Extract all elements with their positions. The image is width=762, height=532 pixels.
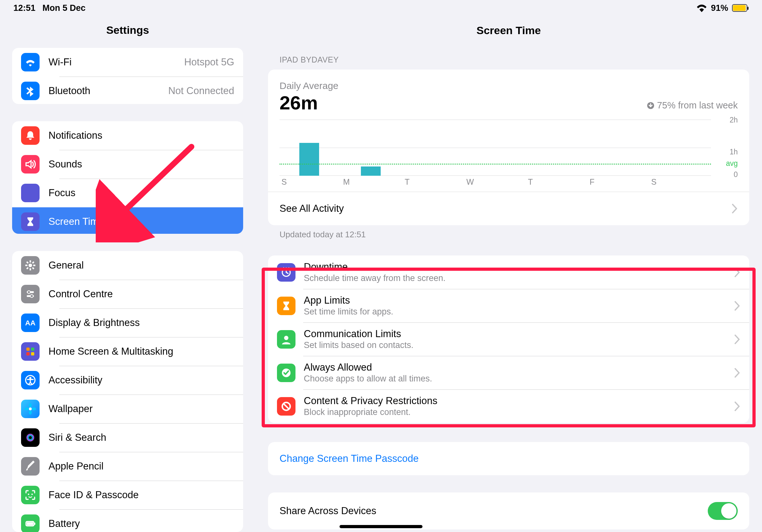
check-icon xyxy=(277,364,295,382)
pencil-icon xyxy=(21,457,39,476)
option-communication-limits[interactable]: Communication LimitsSet limits based on … xyxy=(268,322,749,356)
moon-icon xyxy=(21,184,39,202)
sidebar-item-battery[interactable]: Battery xyxy=(12,509,243,532)
chevron-icon xyxy=(734,402,740,411)
row-label: Wallpaper xyxy=(48,403,234,415)
sidebar-item-general[interactable]: General xyxy=(12,251,243,280)
hourglass-icon xyxy=(277,297,295,315)
sidebar-item-home-screen-multitasking[interactable]: Home Screen & Multitasking xyxy=(12,337,243,366)
nosign-icon xyxy=(277,397,295,416)
sidebar-item-control-centre[interactable]: Control Centre xyxy=(12,280,243,308)
option-subtitle: Block inappropriate content. xyxy=(304,407,734,417)
flower-icon xyxy=(21,400,39,418)
chart-bar-s xyxy=(299,143,319,176)
share-across-devices-row[interactable]: Share Across Devices xyxy=(268,493,749,529)
battery-percent: 91% xyxy=(711,3,728,13)
aa-icon xyxy=(21,313,39,332)
share-toggle-switch[interactable] xyxy=(708,502,738,520)
row-label: Bluetooth xyxy=(48,85,168,97)
gear-icon xyxy=(21,256,39,275)
change-passcode-button[interactable]: Change Screen Time Passcode xyxy=(268,442,749,475)
home-indicator[interactable] xyxy=(340,525,422,528)
status-bar: 12:51 Mon 5 Dec 91% xyxy=(0,0,762,16)
share-across-devices-label: Share Across Devices xyxy=(279,505,376,517)
chevron-icon xyxy=(734,268,740,277)
sidebar-item-notifications[interactable]: Notifications xyxy=(12,121,243,150)
sidebar-item-siri-search[interactable]: Siri & Search xyxy=(12,423,243,452)
sidebar-item-bluetooth[interactable]: BluetoothNot Connected xyxy=(12,77,243,104)
row-label: Control Centre xyxy=(48,288,234,300)
detail-pane: Screen Time IPAD BYDAVEY Daily Average 2… xyxy=(255,0,762,532)
day-label: F xyxy=(588,177,649,187)
sidebar-title: Settings xyxy=(0,16,255,48)
row-label: Wi-Fi xyxy=(48,56,184,68)
usage-chart[interactable]: 2h 1h avg 0 SMTWTFS xyxy=(279,120,738,187)
axis-label-zero: 0 xyxy=(733,170,738,179)
screen-time-options: DowntimeSchedule time away from the scre… xyxy=(268,255,749,423)
row-label: Apple Pencil xyxy=(48,461,234,472)
status-time: 12:51 xyxy=(13,3,36,13)
option-app-limits[interactable]: App LimitsSet time limits for apps. xyxy=(268,289,749,322)
chevron-icon xyxy=(734,335,740,344)
option-content-privacy-restrictions[interactable]: Content & Privacy RestrictionsBlock inap… xyxy=(268,389,749,423)
row-label: Focus xyxy=(48,187,234,199)
battery-icon xyxy=(732,4,747,12)
see-all-activity[interactable]: See All Activity xyxy=(268,192,749,225)
settings-sidebar: Settings Wi-FiHotspot 5GBluetoothNot Con… xyxy=(0,0,255,532)
row-label: Notifications xyxy=(48,130,234,141)
option-always-allowed[interactable]: Always AllowedChoose apps to allow at al… xyxy=(268,356,749,389)
sidebar-group-general: GeneralControl CentreDisplay & Brightnes… xyxy=(12,251,243,532)
option-title: Always Allowed xyxy=(304,362,734,373)
row-label: Display & Brightness xyxy=(48,317,234,328)
battery-icon xyxy=(21,514,39,532)
down-arrow-icon xyxy=(647,102,654,109)
day-label: S xyxy=(279,177,341,187)
option-downtime[interactable]: DowntimeSchedule time away from the scre… xyxy=(268,255,749,289)
option-subtitle: Schedule time away from the screen. xyxy=(304,273,734,283)
hourglass-icon xyxy=(21,212,39,231)
sidebar-item-wallpaper[interactable]: Wallpaper xyxy=(12,395,243,423)
row-label: General xyxy=(48,260,234,271)
sidebar-item-apple-pencil[interactable]: Apple Pencil xyxy=(12,452,243,481)
option-title: Content & Privacy Restrictions xyxy=(304,395,734,407)
day-label: T xyxy=(526,177,588,187)
detail-title: Screen Time xyxy=(255,16,762,48)
speaker-icon xyxy=(21,155,39,173)
sidebar-item-wi-fi[interactable]: Wi-FiHotspot 5G xyxy=(12,48,243,77)
day-label: M xyxy=(341,177,403,187)
axis-label-top: 2h xyxy=(729,116,738,124)
option-subtitle: Set limits based on contacts. xyxy=(304,340,734,350)
sidebar-item-face-id-passcode[interactable]: Face ID & Passcode xyxy=(12,481,243,509)
chevron-icon xyxy=(734,301,740,311)
status-date: Mon 5 Dec xyxy=(42,3,86,13)
person-icon xyxy=(21,371,39,389)
axis-label-mid: 1h xyxy=(729,148,738,156)
change-passcode-label: Change Screen Time Passcode xyxy=(279,453,419,464)
option-subtitle: Choose apps to allow at all times. xyxy=(304,374,734,384)
sidebar-item-sounds[interactable]: Sounds xyxy=(12,150,243,179)
sidebar-item-display-brightness[interactable]: Display & Brightness xyxy=(12,308,243,337)
wifi-icon xyxy=(21,53,39,71)
row-label: Screen Time xyxy=(48,216,234,228)
siri-icon xyxy=(21,428,39,447)
sliders-icon xyxy=(21,285,39,303)
row-trailing: Hotspot 5G xyxy=(184,56,234,68)
sidebar-item-screen-time[interactable]: Screen Time xyxy=(12,207,243,234)
row-label: Accessibility xyxy=(48,374,234,386)
day-label: T xyxy=(403,177,464,187)
sidebar-item-focus[interactable]: Focus xyxy=(12,179,243,207)
row-label: Home Screen & Multitasking xyxy=(48,346,234,357)
chart-bar-m xyxy=(361,166,381,176)
daily-average-label: Daily Average xyxy=(279,80,738,91)
row-label: Battery xyxy=(48,518,234,529)
clock-icon xyxy=(277,263,295,282)
usage-card: Daily Average 26m 75% from last week 2h xyxy=(268,70,749,225)
row-label: Sounds xyxy=(48,159,234,170)
bluetooth-icon xyxy=(21,82,39,100)
wifi-status-icon xyxy=(696,4,707,12)
chevron-icon xyxy=(734,368,740,378)
bell-icon xyxy=(21,126,39,145)
trend-badge: 75% from last week xyxy=(647,100,738,114)
sidebar-item-accessibility[interactable]: Accessibility xyxy=(12,366,243,395)
chevron-icon xyxy=(732,204,738,213)
